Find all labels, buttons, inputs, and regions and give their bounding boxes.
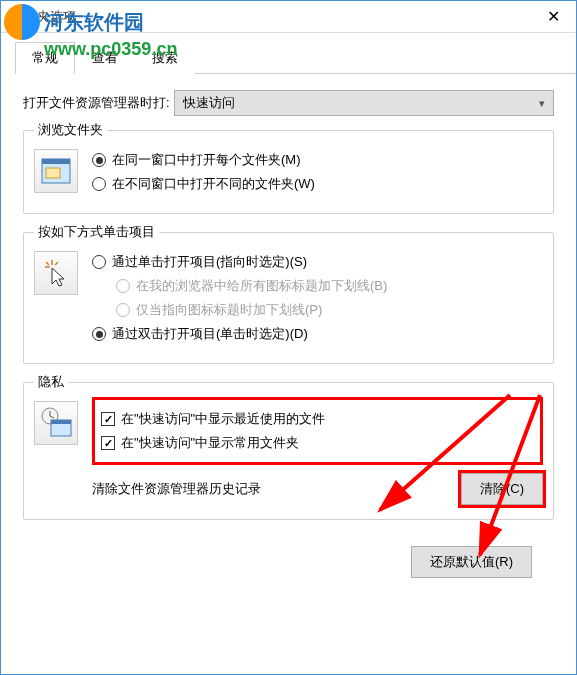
svg-rect-11: [51, 420, 71, 424]
svg-rect-2: [46, 168, 60, 178]
radio-icon: [116, 279, 130, 293]
annotation-arrow-2: [460, 390, 577, 580]
svg-line-5: [46, 262, 49, 265]
underline-hover-radio: 仅当指向图标标题时加下划线(P): [116, 301, 543, 319]
checkbox-icon: [101, 412, 115, 426]
clear-history-label: 清除文件资源管理器历史记录: [92, 480, 261, 498]
close-icon: ✕: [547, 7, 560, 26]
radio-label: 在不同窗口中打开不同的文件夹(W): [112, 175, 315, 193]
window-title: 文件夹选项: [11, 8, 76, 26]
open-explorer-select[interactable]: 快速访问 ▾: [174, 90, 554, 116]
radio-icon: [92, 177, 106, 191]
radio-icon: [92, 327, 106, 341]
open-explorer-label: 打开文件资源管理器时打:: [23, 94, 170, 112]
tab-search[interactable]: 搜索: [135, 42, 195, 74]
checkbox-label: 在"快速访问"中显示常用文件夹: [121, 434, 299, 452]
double-click-radio[interactable]: 通过双击打开项目(单击时选定)(D): [92, 325, 543, 343]
titlebar: 文件夹选项 ✕: [1, 1, 576, 33]
svg-line-13: [480, 395, 540, 555]
underline-all-radio: 在我的浏览器中给所有图标标题加下划线(B): [116, 277, 543, 295]
radio-icon: [116, 303, 130, 317]
checkbox-icon: [101, 436, 115, 450]
radio-label: 通过单击打开项目(指向时选定)(S): [112, 253, 307, 271]
folder-window-icon: [34, 149, 78, 193]
open-explorer-row: 打开文件资源管理器时打: 快速访问 ▾: [23, 90, 554, 116]
radio-icon: [92, 153, 106, 167]
radio-label: 在我的浏览器中给所有图标标题加下划线(B): [136, 277, 387, 295]
browse-new-window-radio[interactable]: 在不同窗口中打开不同的文件夹(W): [92, 175, 543, 193]
chevron-down-icon: ▾: [539, 97, 545, 110]
browse-legend: 浏览文件夹: [34, 121, 107, 139]
history-icon: [34, 401, 78, 445]
radio-icon: [92, 255, 106, 269]
svg-rect-1: [42, 159, 70, 164]
browse-folders-group: 浏览文件夹 在同一窗口中打开每个文件夹(M) 在不同窗口中打开不同的文件夹(W): [23, 130, 554, 214]
tab-view[interactable]: 查看: [75, 42, 135, 74]
click-legend: 按如下方式单击项目: [34, 223, 159, 241]
tab-bar: 常规 查看 搜索: [15, 41, 576, 74]
cursor-click-icon: [34, 251, 78, 295]
radio-label: 在同一窗口中打开每个文件夹(M): [112, 151, 301, 169]
radio-label: 通过双击打开项目(单击时选定)(D): [112, 325, 308, 343]
folder-options-window: 河东软件园 www.pc0359.cn 文件夹选项 ✕ 常规 查看 搜索 打开文…: [0, 0, 577, 675]
svg-line-6: [55, 262, 58, 265]
checkbox-label: 在"快速访问"中显示最近使用的文件: [121, 410, 325, 428]
single-click-radio[interactable]: 通过单击打开项目(指向时选定)(S): [92, 253, 543, 271]
select-value: 快速访问: [183, 94, 235, 112]
close-button[interactable]: ✕: [530, 1, 576, 33]
radio-label: 仅当指向图标标题时加下划线(P): [136, 301, 322, 319]
click-items-group: 按如下方式单击项目 通过单击打开项目(指向时选定)(S) 在我的浏览器中给所有图…: [23, 232, 554, 364]
browse-same-window-radio[interactable]: 在同一窗口中打开每个文件夹(M): [92, 151, 543, 169]
privacy-legend: 隐私: [34, 373, 68, 391]
tab-general[interactable]: 常规: [15, 42, 75, 74]
